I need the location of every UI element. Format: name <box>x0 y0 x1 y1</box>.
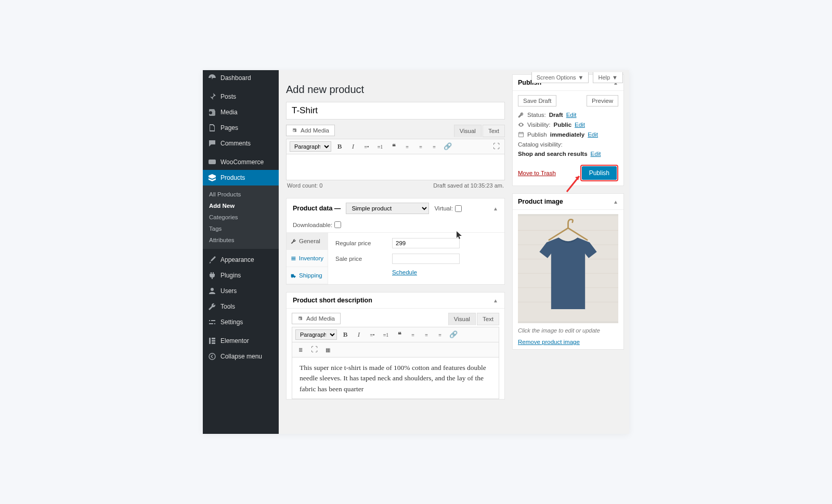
downloadable-checkbox[interactable] <box>334 221 341 228</box>
align-left-button[interactable]: ≡ <box>402 141 412 152</box>
quote-button[interactable]: ❝ <box>394 329 405 340</box>
remove-image-link[interactable]: Remove product image <box>518 339 580 345</box>
subitem-categories[interactable]: Categories <box>203 211 279 223</box>
tab-text-2[interactable]: Text <box>477 313 499 325</box>
sidebar-item-appearance[interactable]: Appearance <box>203 252 279 268</box>
sidebar-item-collapse[interactable]: Collapse menu <box>203 349 279 364</box>
link-button[interactable]: 🔗 <box>448 329 459 340</box>
ol-button[interactable]: ≡1 <box>375 141 385 152</box>
truck-icon <box>291 273 296 278</box>
image-caption: Click the image to edit or update <box>518 327 618 334</box>
tab-general[interactable]: General <box>287 233 328 250</box>
edit-visibility-link[interactable]: Edit <box>575 122 585 128</box>
sidebar-item-posts[interactable]: Posts <box>203 89 279 104</box>
sidebar-item-dashboard[interactable]: Dashboard <box>203 70 279 86</box>
quote-button[interactable]: ❝ <box>388 141 399 152</box>
sidebar-item-users[interactable]: Users <box>203 283 279 299</box>
add-media-button-2[interactable]: Add Media <box>292 313 341 324</box>
more-button[interactable]: ≣ <box>295 344 306 355</box>
sidebar-item-woocommerce[interactable]: WooCommerce <box>203 154 279 170</box>
tab-label: General <box>299 238 320 244</box>
format-select[interactable]: Paragraph <box>290 141 331 152</box>
tshirt-image <box>518 214 618 323</box>
ul-button[interactable]: ≡• <box>367 329 378 340</box>
schedule-link[interactable]: Schedule <box>392 269 417 275</box>
comments-icon <box>208 139 216 148</box>
align-left-button[interactable]: ≡ <box>408 329 418 340</box>
ul-button[interactable]: ≡• <box>361 141 372 152</box>
edit-publish-link[interactable]: Edit <box>588 131 598 138</box>
sidebar-label: Comments <box>220 140 251 147</box>
preview-button[interactable]: Preview <box>587 95 618 107</box>
sidebar-item-products[interactable]: Products <box>203 170 279 185</box>
edit-status-link[interactable]: Edit <box>566 112 577 118</box>
sidebar-item-tools[interactable]: Tools <box>203 299 279 314</box>
product-image-thumbnail[interactable] <box>518 214 618 323</box>
regular-price-label: Regular price <box>335 240 385 246</box>
sidebar-item-comments[interactable]: Comments <box>203 136 279 151</box>
fullscreen-button[interactable]: ⛶ <box>309 344 319 355</box>
status-label: Status: <box>527 112 546 118</box>
subitem-add-new[interactable]: Add New <box>203 200 279 211</box>
edit-catalog-link[interactable]: Edit <box>591 151 601 157</box>
sidebar-item-pages[interactable]: Pages <box>203 120 279 136</box>
short-desc-text: This super nice t-shirt is made of 100% … <box>300 364 486 393</box>
bold-button[interactable]: B <box>334 141 345 152</box>
tab-shipping[interactable]: Shipping <box>287 267 328 284</box>
save-draft-button[interactable]: Save Draft <box>518 95 556 107</box>
collapse-icon[interactable]: ▲ <box>493 206 498 211</box>
add-media-button[interactable]: Add Media <box>286 125 335 136</box>
tab-inventory[interactable]: Inventory <box>287 250 328 267</box>
sidebar-item-media[interactable]: Media <box>203 104 279 120</box>
eye-icon <box>518 122 524 128</box>
top-controls: Screen Options ▼ Help ▼ <box>531 72 623 83</box>
product-image-box: Product image ▲ <box>512 193 624 350</box>
sale-price-input[interactable] <box>392 254 460 264</box>
highlight-annotation: Publish <box>580 165 618 181</box>
format-select-2[interactable]: Paragraph <box>295 329 337 340</box>
short-desc-editor[interactable]: This super nice t-shirt is made of 100% … <box>292 357 499 399</box>
editor-body[interactable] <box>286 154 505 180</box>
toolbar-toggle-button[interactable]: ▦ <box>322 344 333 355</box>
product-type-select[interactable]: Simple product <box>346 203 429 214</box>
publish-button[interactable]: Publish <box>582 166 617 180</box>
virtual-checkbox[interactable] <box>455 205 462 212</box>
align-center-button[interactable]: ≡ <box>415 141 426 152</box>
products-icon <box>208 174 216 182</box>
subitem-all-products[interactable]: All Products <box>203 189 279 200</box>
cursor-icon <box>457 231 463 241</box>
subitem-attributes[interactable]: Attributes <box>203 234 279 246</box>
calendar-icon <box>518 131 524 138</box>
subitem-tags[interactable]: Tags <box>203 223 279 234</box>
link-button[interactable]: 🔗 <box>443 141 453 152</box>
add-media-label: Add Media <box>306 315 335 322</box>
italic-button[interactable]: I <box>348 141 358 152</box>
sidebar-item-settings[interactable]: Settings <box>203 314 279 330</box>
downloadable-label: Downloadable: <box>293 222 332 228</box>
collapse-icon[interactable]: ▲ <box>613 199 618 205</box>
catalog-label: Catalog visibility: <box>518 141 563 148</box>
product-data-label: Product data — <box>293 205 341 212</box>
tab-visual[interactable]: Visual <box>454 125 482 137</box>
svg-point-1 <box>209 353 215 360</box>
user-icon <box>208 287 216 295</box>
screen-options-button[interactable]: Screen Options ▼ <box>531 72 589 83</box>
fullscreen-button[interactable]: ⛶ <box>491 141 501 152</box>
italic-button[interactable]: I <box>354 329 364 340</box>
product-title-input[interactable] <box>286 102 505 120</box>
align-right-button[interactable]: ≡ <box>429 141 439 152</box>
align-center-button[interactable]: ≡ <box>421 329 432 340</box>
collapse-icon[interactable]: ▲ <box>493 298 498 303</box>
pages-icon <box>208 124 216 132</box>
align-right-button[interactable]: ≡ <box>435 329 445 340</box>
sidebar-item-elementor[interactable]: Elementor <box>203 333 279 349</box>
ol-button[interactable]: ≡1 <box>381 329 391 340</box>
bold-button[interactable]: B <box>340 329 350 340</box>
publish-time-value: immediately <box>550 131 584 138</box>
move-to-trash-link[interactable]: Move to Trash <box>518 170 556 176</box>
sidebar-item-plugins[interactable]: Plugins <box>203 268 279 283</box>
regular-price-input[interactable] <box>392 238 460 248</box>
tab-text[interactable]: Text <box>483 125 505 137</box>
help-button[interactable]: Help ▼ <box>593 72 623 83</box>
tab-visual-2[interactable]: Visual <box>448 313 476 325</box>
